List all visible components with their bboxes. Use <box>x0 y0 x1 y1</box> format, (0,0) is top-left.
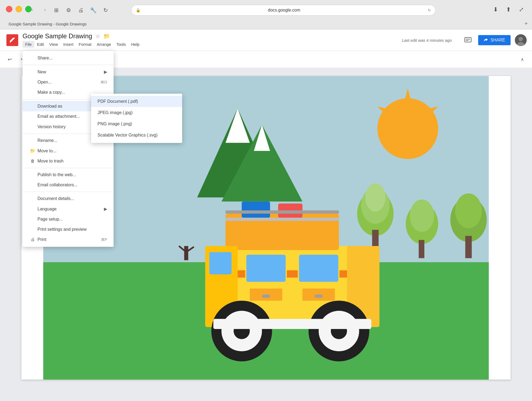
menu-item-open[interactable]: Open... ⌘O <box>23 77 114 87</box>
menu-item-open-label: Open... <box>38 80 51 85</box>
comments-button[interactable] <box>462 34 474 46</box>
tab-bar: Google Sample Drawing - Google Drawings … <box>0 18 532 29</box>
menu-item-page-setup[interactable]: Page setup... <box>23 214 114 224</box>
menu-item-move-label: Move to... <box>38 149 56 153</box>
star-icon[interactable]: ☆ <box>95 33 100 39</box>
document-title[interactable]: Google Sample Drawing <box>23 32 92 40</box>
svg-rect-40 <box>246 254 286 282</box>
svg-rect-41 <box>298 254 339 282</box>
settings-icon[interactable]: ⚙ <box>63 5 74 16</box>
svg-point-5 <box>519 37 523 41</box>
separator-4 <box>23 168 114 168</box>
menu-item-download-label: Download as <box>38 104 62 109</box>
svg-rect-55 <box>213 319 371 329</box>
svg-point-23 <box>410 199 434 232</box>
menu-help[interactable]: Help <box>129 41 142 48</box>
folder-icon[interactable]: 📁 <box>103 33 110 39</box>
menu-item-language-label: Language <box>38 207 57 211</box>
submenu-svg-label: Scalable Vector Graphics (.svg) <box>98 133 158 138</box>
browser-toolbar: ⊞ ⚙ 🖨 🔧 ↻ <box>51 5 111 16</box>
menu-item-details[interactable]: Document details... <box>23 194 114 204</box>
menu-item-language[interactable]: Language ▶ <box>23 204 114 214</box>
reading-view-icon[interactable]: ⊞ <box>51 5 62 16</box>
menu-item-print-label: Print <box>38 237 46 242</box>
svg-rect-39 <box>209 252 231 274</box>
menu-tools[interactable]: Tools <box>114 41 129 48</box>
menu-item-print-preview-label: Print settings and preview <box>38 227 87 232</box>
close-button[interactable] <box>6 6 12 12</box>
forward-button[interactable]: › <box>40 4 50 15</box>
trash-icon: 🗑 <box>29 159 36 164</box>
expand-icon[interactable]: ⤢ <box>516 4 527 15</box>
separator-1 <box>23 65 114 65</box>
menu-view[interactable]: View <box>47 41 61 48</box>
menu-arrange[interactable]: Arrange <box>94 41 114 48</box>
header-actions: SHARE <box>462 34 527 46</box>
menu-item-print-preview[interactable]: Print settings and preview <box>23 224 114 234</box>
menu-item-details-label: Document details... <box>38 196 74 201</box>
undo-button[interactable]: ↩ <box>4 54 15 65</box>
share-icon[interactable]: ⬆ <box>503 4 514 15</box>
refresh-icon-small: ↻ <box>428 8 431 12</box>
open-shortcut: ⌘O <box>100 80 107 84</box>
menu-item-move[interactable]: 📁 Move to... <box>23 146 114 156</box>
new-tab-button[interactable]: + <box>524 21 528 27</box>
svg-rect-28 <box>184 246 188 260</box>
share-button-label: SHARE <box>490 38 505 43</box>
submenu-item-pdf[interactable]: PDF Document (.pdf) <box>91 96 182 107</box>
submenu-item-png[interactable]: PNG image (.png) <box>91 118 182 130</box>
submenu-pdf-label: PDF Document (.pdf) <box>98 99 138 104</box>
svg-rect-47 <box>314 294 323 298</box>
folder-move-icon: 📁 <box>29 148 36 153</box>
refresh-icon[interactable]: ↻ <box>100 5 111 16</box>
menu-item-share-label: Share... <box>38 56 53 60</box>
menu-item-trash-label: Move to trash <box>38 159 63 164</box>
menu-insert[interactable]: Insert <box>61 41 76 48</box>
print-shortcut: ⌘P <box>101 237 107 242</box>
menu-item-print[interactable]: 🖨 Print ⌘P <box>23 234 114 245</box>
svg-rect-36 <box>226 218 339 221</box>
menu-format[interactable]: Format <box>76 41 94 48</box>
menu-item-version-label: Version history <box>38 124 66 129</box>
menu-item-new[interactable]: New ▶ <box>23 67 114 77</box>
menu-item-share[interactable]: Share... <box>23 53 114 63</box>
share-button[interactable]: SHARE <box>478 35 511 45</box>
browser-right-actions: ⬇ ⬆ ⤢ <box>490 4 527 15</box>
collapse-toolbar-button[interactable]: ∧ <box>517 54 528 65</box>
menu-edit[interactable]: Edit <box>34 41 47 48</box>
browser-chrome: ‹ › ⊞ ⚙ 🖨 🔧 ↻ 🔒 docs.google.com ↻ ⬇ ⬆ ⤢ … <box>0 0 532 29</box>
svg-rect-27 <box>465 236 472 258</box>
language-arrow-icon: ▶ <box>104 206 107 211</box>
menu-item-rename-label: Rename... <box>38 138 57 143</box>
download-icon[interactable]: ⬇ <box>490 4 501 15</box>
menu-file[interactable]: File <box>23 41 34 48</box>
address-text: docs.google.com <box>143 8 426 13</box>
print-icon[interactable]: 🖨 <box>76 5 86 16</box>
minimize-button[interactable] <box>16 6 22 12</box>
svg-point-20 <box>365 183 385 212</box>
menu-item-trash[interactable]: 🗑 Move to trash <box>23 156 114 166</box>
submenu-item-jpg[interactable]: JPEG image (.jpg) <box>91 107 182 118</box>
svg-point-26 <box>455 193 482 228</box>
active-tab[interactable]: Google Sample Drawing - Google Drawings <box>4 21 91 27</box>
print-icon: 🖨 <box>29 237 36 242</box>
menu-item-email-collab[interactable]: Email collaborators... <box>23 180 114 190</box>
submenu-png-label: PNG image (.png) <box>98 122 132 126</box>
app-area: Google Sample Drawing ☆ 📁 File Edit View… <box>0 29 532 401</box>
nav-buttons: ‹ › <box>27 4 50 15</box>
app-logo <box>6 34 18 46</box>
separator-5 <box>23 192 114 192</box>
file-menu: Share... New ▶ Open... ⌘O Make a copy...… <box>23 51 114 247</box>
extensions-icon[interactable]: 🔧 <box>88 5 99 16</box>
menu-item-publish[interactable]: Publish to the web... <box>23 170 114 180</box>
submenu-item-svg[interactable]: Scalable Vector Graphics (.svg) <box>91 130 182 141</box>
address-bar[interactable]: 🔒 docs.google.com ↻ <box>131 5 436 16</box>
menu-item-page-setup-label: Page setup... <box>38 217 63 222</box>
menu-item-new-label: New <box>38 70 46 74</box>
user-avatar[interactable] <box>515 34 527 46</box>
menu-item-email-label: Email as attachment... <box>38 114 80 119</box>
menu-item-publish-label: Publish to the web... <box>38 172 76 177</box>
svg-rect-46 <box>262 294 270 298</box>
back-button[interactable]: ‹ <box>27 4 38 15</box>
last-edit-text: Last edit was 4 minutes ago <box>402 38 452 42</box>
